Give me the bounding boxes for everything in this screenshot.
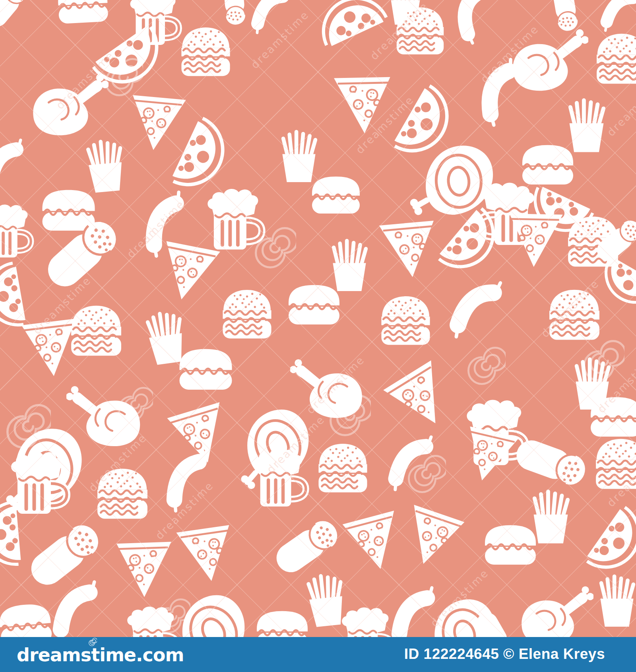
dreamstime-watermark-text: dreamstime bbox=[153, 479, 216, 542]
pattern-canvas: dreamstimedreamstimedreamstimedreamstime… bbox=[0, 0, 636, 672]
dreamstime-watermark-text: dreamstime bbox=[605, 76, 636, 139]
watermark-spiral-icon bbox=[398, 455, 446, 503]
dreamstime-watermark-text: dreamstime bbox=[124, 198, 187, 260]
dreamstime-watermark-text: dreamstime bbox=[368, 0, 430, 62]
watermark-spiral-icon bbox=[573, 340, 624, 392]
dreamstime-watermark-text: dreamstime bbox=[478, 23, 541, 85]
dreamstime-watermark-text: dreamstime bbox=[248, 8, 311, 71]
watermark-spiral-icon bbox=[147, 598, 190, 642]
dreamstime-watermark-text: dreamstime bbox=[31, 274, 93, 337]
watermark-spiral-icon bbox=[0, 404, 51, 460]
watermark-spiral-icon bbox=[244, 227, 296, 279]
dreamstime-logo-text: dreamstime.com bbox=[17, 644, 184, 666]
watermark-spiral-icon bbox=[95, 58, 143, 106]
watermark-spiral-icon bbox=[458, 347, 506, 394]
dreamstime-watermark-text: dreamstime bbox=[86, 431, 149, 494]
dreamstime-logo: dreamstime.com bbox=[17, 644, 184, 666]
dreamstime-spiral-icon bbox=[87, 638, 97, 648]
image-credit: ID 122224645 © Elena Kreys bbox=[404, 646, 605, 662]
watermark-layer: dreamstimedreamstimedreamstimedreamstime… bbox=[0, 0, 636, 672]
footer-bar: dreamstime.com ID 122224645 © Elena Krey… bbox=[0, 637, 636, 672]
dreamstime-watermark-text: dreamstime bbox=[605, 447, 636, 509]
dreamstime-watermark-text: dreamstime bbox=[264, 413, 327, 476]
watermark-spiral-icon bbox=[109, 387, 153, 431]
watermark-spiral-icon bbox=[319, 395, 371, 447]
dreamstime-watermark-text: dreamstime bbox=[428, 567, 491, 629]
dreamstime-watermark-text: dreamstime bbox=[353, 93, 416, 156]
dreamstime-watermark-text: dreamstime bbox=[539, 277, 601, 340]
